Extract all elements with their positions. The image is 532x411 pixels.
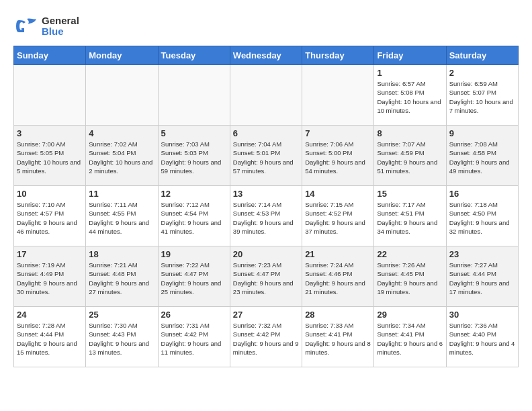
day-info: Sunrise: 7:03 AM Sunset: 5:03 PM Dayligh… — [161, 140, 227, 175]
calendar-cell: 1Sunrise: 6:57 AM Sunset: 5:08 PM Daylig… — [374, 65, 446, 126]
day-number: 3 — [17, 128, 83, 138]
calendar-cell: 4Sunrise: 7:02 AM Sunset: 5:04 PM Daylig… — [86, 126, 158, 186]
calendar-cell: 13Sunrise: 7:14 AM Sunset: 4:53 PM Dayli… — [230, 186, 302, 246]
day-info: Sunrise: 7:30 AM Sunset: 4:43 PM Dayligh… — [89, 321, 154, 357]
calendar-cell: 3Sunrise: 7:00 AM Sunset: 5:05 PM Daylig… — [14, 126, 86, 186]
day-number: 10 — [17, 189, 83, 199]
calendar-cell: 6Sunrise: 7:04 AM Sunset: 5:01 PM Daylig… — [230, 126, 302, 186]
page-header: General Blue — [13, 13, 519, 39]
day-info: Sunrise: 7:31 AM Sunset: 4:42 PM Dayligh… — [161, 321, 227, 357]
weekday-header-thursday: Thursday — [302, 46, 374, 65]
calendar-cell: 17Sunrise: 7:19 AM Sunset: 4:49 PM Dayli… — [14, 246, 86, 307]
day-number: 30 — [449, 310, 515, 320]
day-number: 13 — [233, 189, 299, 199]
day-number: 22 — [377, 249, 443, 259]
day-number: 16 — [449, 189, 515, 199]
logo-wrap: General Blue — [13, 13, 79, 39]
week-row-4: 17Sunrise: 7:19 AM Sunset: 4:49 PM Dayli… — [14, 246, 519, 307]
day-info: Sunrise: 7:36 AM Sunset: 4:40 PM Dayligh… — [449, 321, 515, 357]
day-number: 21 — [305, 249, 371, 259]
day-info: Sunrise: 7:24 AM Sunset: 4:46 PM Dayligh… — [305, 261, 371, 296]
day-info: Sunrise: 6:57 AM Sunset: 5:08 PM Dayligh… — [377, 79, 443, 115]
calendar-cell — [14, 65, 86, 126]
calendar-cell: 5Sunrise: 7:03 AM Sunset: 5:03 PM Daylig… — [158, 126, 230, 186]
day-info: Sunrise: 7:17 AM Sunset: 4:51 PM Dayligh… — [377, 200, 443, 236]
calendar-table: SundayMondayTuesdayWednesdayThursdayFrid… — [13, 46, 519, 367]
calendar-cell — [302, 65, 374, 126]
calendar-cell: 12Sunrise: 7:12 AM Sunset: 4:54 PM Dayli… — [158, 186, 230, 246]
calendar-cell: 23Sunrise: 7:27 AM Sunset: 4:44 PM Dayli… — [446, 246, 518, 307]
day-number: 19 — [161, 249, 227, 259]
day-number: 17 — [17, 249, 83, 259]
day-info: Sunrise: 7:26 AM Sunset: 4:45 PM Dayligh… — [377, 261, 443, 296]
day-number: 1 — [377, 68, 443, 78]
calendar-cell: 2Sunrise: 6:59 AM Sunset: 5:07 PM Daylig… — [446, 65, 518, 126]
day-info: Sunrise: 7:10 AM Sunset: 4:57 PM Dayligh… — [17, 200, 83, 236]
calendar-cell: 27Sunrise: 7:32 AM Sunset: 4:42 PM Dayli… — [230, 307, 302, 367]
day-info: Sunrise: 7:06 AM Sunset: 5:00 PM Dayligh… — [305, 140, 371, 175]
day-number: 7 — [305, 128, 371, 138]
day-number: 20 — [233, 249, 299, 259]
day-info: Sunrise: 7:15 AM Sunset: 4:52 PM Dayligh… — [305, 200, 371, 236]
day-number: 8 — [377, 128, 443, 138]
day-number: 26 — [161, 310, 227, 320]
weekday-header-friday: Friday — [374, 46, 446, 65]
calendar-cell: 20Sunrise: 7:23 AM Sunset: 4:47 PM Dayli… — [230, 246, 302, 307]
calendar-cell: 24Sunrise: 7:28 AM Sunset: 4:44 PM Dayli… — [14, 307, 86, 367]
weekday-header-wednesday: Wednesday — [230, 46, 302, 65]
calendar-cell: 14Sunrise: 7:15 AM Sunset: 4:52 PM Dayli… — [302, 186, 374, 246]
weekday-header-monday: Monday — [86, 46, 158, 65]
day-info: Sunrise: 7:11 AM Sunset: 4:55 PM Dayligh… — [89, 200, 154, 236]
day-number: 6 — [233, 128, 299, 138]
day-number: 15 — [377, 189, 443, 199]
day-number: 4 — [89, 128, 154, 138]
calendar-cell: 19Sunrise: 7:22 AM Sunset: 4:47 PM Dayli… — [158, 246, 230, 307]
day-info: Sunrise: 7:34 AM Sunset: 4:41 PM Dayligh… — [377, 321, 443, 357]
weekday-header-sunday: Sunday — [14, 46, 86, 65]
calendar-cell: 16Sunrise: 7:18 AM Sunset: 4:50 PM Dayli… — [446, 186, 518, 246]
day-info: Sunrise: 7:19 AM Sunset: 4:49 PM Dayligh… — [17, 261, 83, 296]
logo: General Blue — [13, 13, 79, 39]
day-number: 28 — [305, 310, 371, 320]
day-number: 2 — [449, 68, 515, 78]
day-info: Sunrise: 7:00 AM Sunset: 5:05 PM Dayligh… — [17, 140, 83, 175]
calendar-cell: 7Sunrise: 7:06 AM Sunset: 5:00 PM Daylig… — [302, 126, 374, 186]
day-number: 12 — [161, 189, 227, 199]
day-number: 18 — [89, 249, 154, 259]
day-number: 29 — [377, 310, 443, 320]
weekday-header-saturday: Saturday — [446, 46, 518, 65]
weekday-header-row: SundayMondayTuesdayWednesdayThursdayFrid… — [14, 46, 519, 65]
week-row-1: 1Sunrise: 6:57 AM Sunset: 5:08 PM Daylig… — [14, 65, 519, 126]
day-info: Sunrise: 7:22 AM Sunset: 4:47 PM Dayligh… — [161, 261, 227, 296]
calendar-cell: 15Sunrise: 7:17 AM Sunset: 4:51 PM Dayli… — [374, 186, 446, 246]
calendar-cell: 26Sunrise: 7:31 AM Sunset: 4:42 PM Dayli… — [158, 307, 230, 367]
day-number: 27 — [233, 310, 299, 320]
calendar-cell: 25Sunrise: 7:30 AM Sunset: 4:43 PM Dayli… — [86, 307, 158, 367]
calendar-cell — [230, 65, 302, 126]
day-info: Sunrise: 7:28 AM Sunset: 4:44 PM Dayligh… — [17, 321, 83, 357]
day-number: 25 — [89, 310, 154, 320]
calendar-cell: 18Sunrise: 7:21 AM Sunset: 4:48 PM Dayli… — [86, 246, 158, 307]
day-number: 23 — [449, 249, 515, 259]
calendar-cell — [86, 65, 158, 126]
day-number: 24 — [17, 310, 83, 320]
day-info: Sunrise: 7:08 AM Sunset: 4:58 PM Dayligh… — [449, 140, 515, 175]
day-info: Sunrise: 7:07 AM Sunset: 4:59 PM Dayligh… — [377, 140, 443, 175]
day-info: Sunrise: 7:18 AM Sunset: 4:50 PM Dayligh… — [449, 200, 515, 236]
logo-general-text: General — [42, 15, 79, 27]
logo-blue-text: Blue — [42, 26, 79, 38]
calendar-cell: 21Sunrise: 7:24 AM Sunset: 4:46 PM Dayli… — [302, 246, 374, 307]
day-number: 14 — [305, 189, 371, 199]
day-info: Sunrise: 7:21 AM Sunset: 4:48 PM Dayligh… — [89, 261, 154, 296]
calendar-cell: 29Sunrise: 7:34 AM Sunset: 4:41 PM Dayli… — [374, 307, 446, 367]
day-info: Sunrise: 7:14 AM Sunset: 4:53 PM Dayligh… — [233, 200, 299, 236]
calendar-cell: 28Sunrise: 7:33 AM Sunset: 4:41 PM Dayli… — [302, 307, 374, 367]
calendar-cell: 11Sunrise: 7:11 AM Sunset: 4:55 PM Dayli… — [86, 186, 158, 246]
day-info: Sunrise: 7:33 AM Sunset: 4:41 PM Dayligh… — [305, 321, 371, 357]
day-info: Sunrise: 7:04 AM Sunset: 5:01 PM Dayligh… — [233, 140, 299, 175]
day-info: Sunrise: 7:32 AM Sunset: 4:42 PM Dayligh… — [233, 321, 299, 357]
day-info: Sunrise: 6:59 AM Sunset: 5:07 PM Dayligh… — [449, 79, 515, 115]
week-row-3: 10Sunrise: 7:10 AM Sunset: 4:57 PM Dayli… — [14, 186, 519, 246]
calendar-cell — [158, 65, 230, 126]
week-row-5: 24Sunrise: 7:28 AM Sunset: 4:44 PM Dayli… — [14, 307, 519, 367]
